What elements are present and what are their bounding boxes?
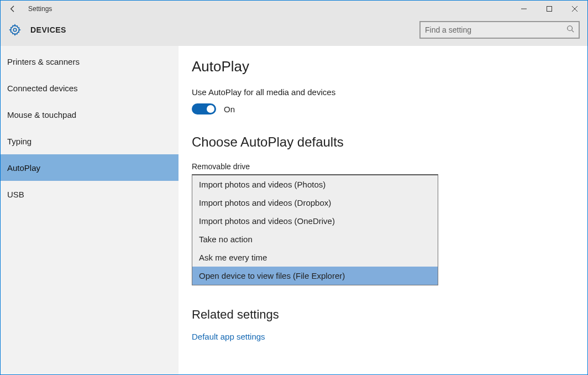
dropdown-option[interactable]: Take no action bbox=[192, 230, 438, 248]
gear-icon bbox=[8, 23, 22, 37]
sidebar-item-typing[interactable]: Typing bbox=[1, 128, 179, 154]
section-title: DEVICES bbox=[30, 25, 66, 34]
dropdown-option[interactable]: Import photos and videos (OneDrive) bbox=[192, 212, 438, 230]
related-heading: Related settings bbox=[192, 308, 587, 322]
sidebar-item-printers[interactable]: Printers & scanners bbox=[1, 48, 179, 75]
header: DEVICES bbox=[1, 17, 587, 46]
sidebar-item-label: Connected devices bbox=[7, 84, 78, 93]
minimize-button[interactable] bbox=[511, 1, 537, 17]
sidebar-item-label: Printers & scanners bbox=[7, 57, 80, 66]
titlebar: Settings bbox=[1, 1, 587, 17]
close-icon bbox=[572, 6, 578, 12]
window-title: Settings bbox=[25, 5, 52, 13]
close-button[interactable] bbox=[562, 1, 587, 17]
removable-drive-label: Removable drive bbox=[192, 162, 587, 171]
svg-line-6 bbox=[572, 30, 574, 33]
svg-rect-1 bbox=[547, 7, 552, 12]
autoplay-toggle[interactable] bbox=[192, 103, 216, 114]
search-input[interactable] bbox=[425, 25, 566, 34]
sidebar-item-label: USB bbox=[7, 190, 24, 199]
minimize-icon bbox=[521, 6, 527, 12]
sidebar-item-usb[interactable]: USB bbox=[1, 181, 179, 207]
search-icon bbox=[566, 25, 574, 35]
sidebar-item-autoplay[interactable]: AutoPlay bbox=[1, 154, 179, 181]
sidebar-item-label: Typing bbox=[7, 137, 32, 146]
arrow-left-icon bbox=[8, 4, 17, 13]
toggle-knob bbox=[207, 105, 214, 113]
settings-window: Settings DEVICES bbox=[0, 0, 588, 375]
sidebar: Printers & scanners Connected devices Mo… bbox=[1, 46, 179, 374]
toggle-state-label: On bbox=[224, 105, 235, 114]
maximize-button[interactable] bbox=[537, 1, 562, 17]
page-title: AutoPlay bbox=[192, 58, 587, 75]
svg-point-4 bbox=[13, 28, 17, 32]
defaults-heading: Choose AutoPlay defaults bbox=[192, 134, 587, 150]
dropdown-option-selected[interactable]: Open device to view files (File Explorer… bbox=[192, 267, 438, 285]
content: AutoPlay Use AutoPlay for all media and … bbox=[179, 46, 587, 374]
autoplay-all-label: Use AutoPlay for all media and devices bbox=[192, 87, 587, 97]
dropdown-option[interactable]: Ask me every time bbox=[192, 248, 438, 267]
search-box[interactable] bbox=[419, 21, 580, 39]
sidebar-item-mouse-touchpad[interactable]: Mouse & touchpad bbox=[1, 101, 179, 128]
default-app-settings-link[interactable]: Default app settings bbox=[192, 332, 265, 341]
back-button[interactable] bbox=[1, 1, 25, 17]
removable-drive-dropdown[interactable]: Import photos and videos (Photos) Import… bbox=[192, 174, 438, 285]
sidebar-item-connected-devices[interactable]: Connected devices bbox=[1, 75, 179, 101]
svg-point-5 bbox=[568, 26, 573, 31]
sidebar-item-label: Mouse & touchpad bbox=[7, 110, 76, 119]
dropdown-option[interactable]: Import photos and videos (Photos) bbox=[192, 175, 438, 194]
sidebar-item-label: AutoPlay bbox=[7, 163, 40, 173]
maximize-icon bbox=[547, 6, 552, 12]
dropdown-option[interactable]: Import photos and videos (Dropbox) bbox=[192, 194, 438, 212]
